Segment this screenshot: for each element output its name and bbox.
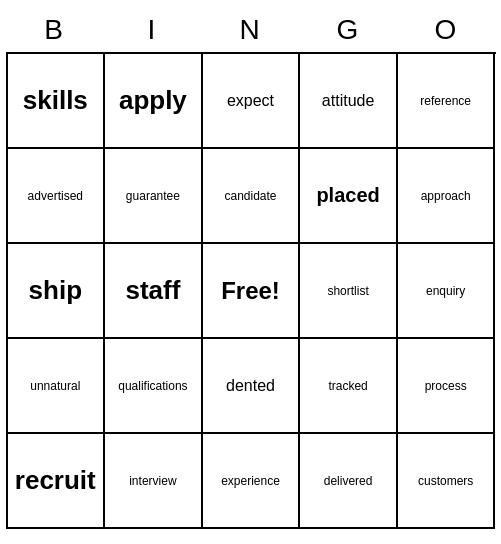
bingo-cell: attitude: [300, 54, 398, 149]
cell-text: placed: [316, 184, 379, 207]
bingo-cell: process: [398, 339, 496, 434]
bingo-cell: Free!: [203, 244, 301, 339]
cell-text: recruit: [15, 465, 96, 496]
bingo-cell: enquiry: [398, 244, 496, 339]
cell-text: Free!: [221, 277, 280, 305]
bingo-cell: tracked: [300, 339, 398, 434]
bingo-cell: advertised: [8, 149, 106, 244]
bingo-cell: guarantee: [105, 149, 203, 244]
bingo-cell: staff: [105, 244, 203, 339]
cell-text: shortlist: [327, 284, 368, 298]
bingo-card: BINGO skillsapplyexpectattitudereference…: [6, 10, 496, 529]
cell-text: qualifications: [118, 379, 187, 393]
bingo-cell: customers: [398, 434, 496, 529]
cell-text: unnatural: [30, 379, 80, 393]
bingo-cell: qualifications: [105, 339, 203, 434]
cell-text: enquiry: [426, 284, 465, 298]
cell-text: interview: [129, 474, 176, 488]
header-letter: O: [398, 10, 496, 52]
cell-text: delivered: [324, 474, 373, 488]
bingo-cell: placed: [300, 149, 398, 244]
bingo-cell: apply: [105, 54, 203, 149]
bingo-cell: shortlist: [300, 244, 398, 339]
cell-text: approach: [421, 189, 471, 203]
bingo-cell: expect: [203, 54, 301, 149]
cell-text: experience: [221, 474, 280, 488]
cell-text: dented: [226, 377, 275, 395]
cell-text: ship: [29, 275, 82, 306]
header-letter: I: [104, 10, 202, 52]
cell-text: tracked: [328, 379, 367, 393]
bingo-cell: candidate: [203, 149, 301, 244]
bingo-header: BINGO: [6, 10, 496, 52]
bingo-cell: reference: [398, 54, 496, 149]
cell-text: skills: [23, 85, 88, 116]
cell-text: advertised: [28, 189, 83, 203]
cell-text: reference: [420, 94, 471, 108]
bingo-cell: unnatural: [8, 339, 106, 434]
cell-text: candidate: [224, 189, 276, 203]
cell-text: apply: [119, 85, 187, 116]
bingo-cell: delivered: [300, 434, 398, 529]
bingo-cell: interview: [105, 434, 203, 529]
bingo-cell: experience: [203, 434, 301, 529]
cell-text: process: [425, 379, 467, 393]
cell-text: staff: [125, 275, 180, 306]
bingo-grid: skillsapplyexpectattitudereferenceadvert…: [6, 52, 496, 529]
header-letter: B: [6, 10, 104, 52]
bingo-cell: skills: [8, 54, 106, 149]
cell-text: customers: [418, 474, 473, 488]
header-letter: N: [202, 10, 300, 52]
cell-text: attitude: [322, 92, 374, 110]
bingo-cell: ship: [8, 244, 106, 339]
header-letter: G: [300, 10, 398, 52]
bingo-cell: dented: [203, 339, 301, 434]
cell-text: guarantee: [126, 189, 180, 203]
bingo-cell: approach: [398, 149, 496, 244]
bingo-cell: recruit: [8, 434, 106, 529]
cell-text: expect: [227, 92, 274, 110]
